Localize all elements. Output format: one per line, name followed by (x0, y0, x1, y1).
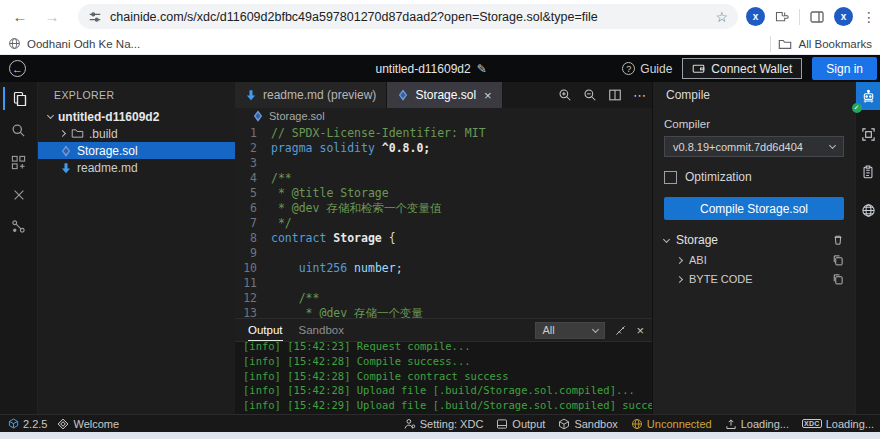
tree-item-readmemd[interactable]: readme.md (38, 159, 235, 176)
file-label: readme.md (77, 161, 138, 175)
output-panel: Output Sandbox All × [info] [15:42:23] R… (235, 318, 652, 414)
guide-label: Guide (640, 62, 672, 76)
markdown-icon (60, 162, 72, 174)
code-line[interactable]: 5 * @title Storage (235, 186, 652, 201)
close-tab-icon[interactable]: × (484, 88, 492, 103)
line-number: 10 (235, 261, 271, 276)
status-label: Unconnected (647, 418, 712, 430)
code-line[interactable]: 11 (235, 276, 652, 291)
output-tools: All × (535, 322, 644, 339)
optimization-checkbox[interactable] (664, 171, 677, 184)
search-icon[interactable] (3, 119, 35, 142)
status-unconnected[interactable]: Unconnected (631, 418, 712, 430)
clear-logs-icon[interactable] (614, 324, 627, 337)
copy-icon[interactable] (832, 273, 844, 285)
browser-toolbar: ← → chainide.com/s/xdc/d11609d2bfbc49a59… (0, 0, 880, 33)
zoom-out-icon[interactable] (583, 88, 597, 102)
line-content: * @dev 存储和检索一个变量值 (271, 201, 441, 216)
split-editor-icon[interactable] (608, 88, 622, 102)
guide-button[interactable]: ? Guide (622, 62, 672, 76)
artifact-child-label: ABI (689, 254, 832, 266)
tree-item-build[interactable]: .build (38, 125, 235, 142)
artifact-storage[interactable]: Storage (664, 233, 844, 247)
zoom-in-icon[interactable] (558, 88, 572, 102)
url-text[interactable]: chainide.com/s/xdc/d11609d2bfbc49a597801… (110, 10, 709, 24)
kebab-menu-icon[interactable]: ⋮ (862, 9, 876, 25)
forward-icon[interactable]: → (40, 5, 64, 29)
log-filter-select[interactable]: All (535, 322, 605, 339)
profile-avatar[interactable]: x (834, 7, 853, 26)
root-folder-label: untitled-d11609d2 (58, 110, 159, 124)
site-settings-icon[interactable] (88, 10, 102, 24)
log-output[interactable]: [info] [15:42:23] Request compile...[inf… (235, 341, 652, 414)
git-branch-icon[interactable] (3, 215, 35, 238)
globe-favicon-icon (8, 37, 21, 50)
explorer-files-icon[interactable] (3, 87, 35, 110)
compile-robot-icon[interactable]: ✓ (856, 82, 880, 110)
plugin-manager-icon[interactable] (3, 151, 35, 174)
compile-button[interactable]: Compile Storage.sol (664, 197, 844, 220)
sign-in-button[interactable]: Sign in (812, 57, 877, 80)
welcome-item[interactable]: Welcome (57, 418, 119, 430)
more-actions-icon[interactable]: ⋯ (633, 88, 646, 103)
optimization-label: Optimization (685, 170, 752, 184)
version-item[interactable]: 2.2.5 (8, 418, 47, 430)
edit-pencil-icon[interactable]: ✎ (477, 62, 487, 76)
close-ports-icon[interactable] (3, 183, 35, 206)
tree-item-Storagesol[interactable]: Storage.sol (38, 142, 235, 159)
extension-badge-icon[interactable]: x (746, 7, 765, 26)
connect-wallet-label: Connect Wallet (711, 62, 792, 76)
code-line[interactable]: 9 (235, 246, 652, 261)
bookmark-item[interactable]: Oodhani Odh Ke Na... (8, 37, 140, 50)
clipboard-icon[interactable] (856, 158, 880, 186)
code-line[interactable]: 8contract Storage { (235, 231, 652, 246)
tab-storage-sol[interactable]: Storage.sol × (387, 82, 502, 108)
delete-icon[interactable] (832, 234, 844, 246)
close-panel-icon[interactable]: × (636, 323, 644, 338)
all-bookmarks[interactable]: All Bookmarks (770, 36, 873, 52)
connect-wallet-button[interactable]: Connect Wallet (682, 58, 802, 79)
status-loading-[interactable]: XDCLoading... (802, 418, 874, 430)
status-setting-xdc[interactable]: Setting: XDC (404, 418, 484, 430)
back-icon[interactable]: ← (8, 5, 32, 29)
code-editor[interactable]: 1// SPDX-License-Identifier: MIT2pragma … (235, 124, 652, 318)
code-line[interactable]: 2pragma solidity ^0.8.0; (235, 141, 652, 156)
artifact-abi[interactable]: ABI (664, 254, 844, 266)
code-line[interactable]: 12 /** (235, 291, 652, 306)
bookmarks-divider (770, 36, 771, 52)
code-line[interactable]: 1// SPDX-License-Identifier: MIT (235, 126, 652, 141)
code-line[interactable]: 4/** (235, 171, 652, 186)
code-line[interactable]: 7 */ (235, 216, 652, 231)
log-line: [info] [15:42:28] Compile success... (243, 354, 652, 369)
address-bar[interactable]: chainide.com/s/xdc/d11609d2bfbc49a597801… (78, 4, 738, 29)
app-window: ← → chainide.com/s/xdc/d11609d2bfbc49a59… (0, 0, 880, 439)
ide-back-icon[interactable]: ← (9, 60, 26, 77)
tab-sandbox[interactable]: Sandbox (299, 319, 344, 341)
code-line[interactable]: 6 * @dev 存储和检索一个变量值 (235, 201, 652, 216)
tree-root-folder[interactable]: untitled-d11609d2 (38, 108, 235, 125)
status-loading-[interactable]: Loading... (725, 418, 789, 430)
deploy-scan-icon[interactable] (856, 120, 880, 148)
code-line[interactable]: 10 uint256 number; (235, 261, 652, 276)
web-globe-icon[interactable] (856, 196, 880, 224)
artifact-name: Storage (676, 233, 832, 247)
tab-readme[interactable]: readme.md (preview) (235, 82, 387, 108)
taskbar-strip (0, 432, 880, 439)
status-sandbox[interactable]: Sandbox (558, 418, 617, 430)
line-number: 11 (235, 276, 271, 291)
copy-icon[interactable] (832, 254, 844, 266)
line-content: contract Storage { (271, 231, 396, 246)
status-label: Loading... (741, 418, 789, 430)
log-line: [info] [15:42:29] Upload file [.build/St… (243, 398, 652, 413)
extensions-puzzle-icon[interactable] (774, 9, 790, 25)
breadcrumb[interactable]: Storage.sol (235, 108, 652, 124)
filter-value: All (542, 324, 554, 336)
code-line[interactable]: 3 (235, 156, 652, 171)
bookmark-star-icon[interactable]: ☆ (715, 9, 728, 25)
tab-output[interactable]: Output (248, 319, 283, 341)
code-line[interactable]: 13 * @dev 存储一个变量 (235, 306, 652, 318)
side-panel-icon[interactable] (809, 9, 825, 25)
status-output[interactable]: Output (496, 418, 545, 430)
artifact-byte-code[interactable]: BYTE CODE (664, 273, 844, 285)
compiler-version-select[interactable]: v0.8.19+commit.7dd6d404 (664, 136, 844, 157)
